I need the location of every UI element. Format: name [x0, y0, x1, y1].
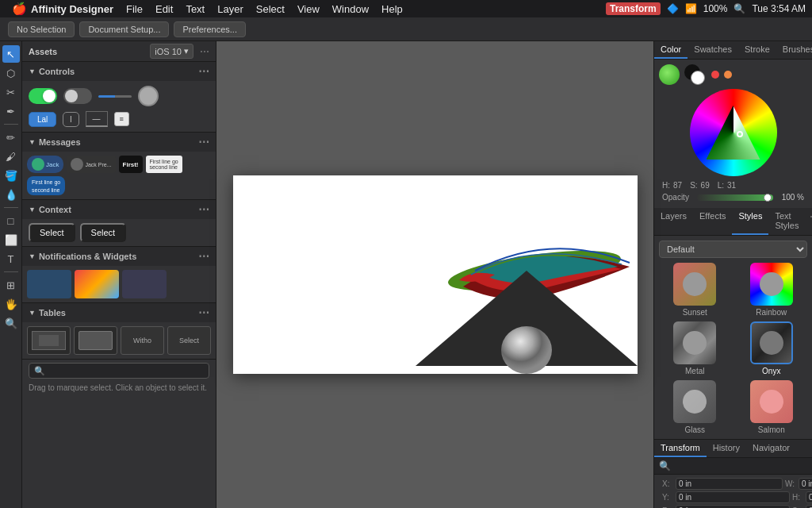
dot-red[interactable] [711, 71, 719, 79]
controls-section: ▼ Controls ⋯ Lal l — ≡ [22, 62, 216, 133]
context-more[interactable]: ⋯ [198, 203, 209, 216]
opacity-slider[interactable] [697, 194, 773, 201]
preset-onyx[interactable]: Onyx [736, 321, 808, 375]
ctrl-btn-outline[interactable]: l [63, 112, 79, 127]
tab-layers[interactable]: Layers [654, 208, 693, 235]
tool-pen[interactable]: ✒ [2, 102, 20, 120]
notif-arrow: ▼ [29, 252, 36, 260]
tool-zoom[interactable]: 🔍 [2, 314, 20, 332]
tab-swatches[interactable]: Swatches [688, 41, 738, 59]
tool-hand[interactable]: 🖐 [2, 295, 20, 313]
tool-select[interactable]: ↖ [2, 45, 20, 63]
apple-menu[interactable]: 🍎 [6, 1, 24, 17]
tool-text[interactable]: T [2, 250, 20, 267]
messages-more[interactable]: ⋯ [198, 136, 209, 148]
preset-rainbow[interactable]: Rainbow [736, 263, 808, 317]
tf-s-input[interactable] [806, 505, 812, 508]
assets-dropdown[interactable]: iOS 10 ▾ [150, 44, 193, 59]
document-setup-btn[interactable]: Document Setup... [79, 21, 169, 37]
tables-more[interactable]: ⋯ [198, 306, 209, 319]
canvas-area[interactable] [216, 41, 653, 508]
style-preset-dropdown[interactable]: Default [659, 241, 807, 258]
table-item-3[interactable]: Witho [121, 326, 164, 355]
tf-x-input[interactable] [676, 478, 783, 490]
search-input[interactable] [29, 363, 209, 379]
notif-more[interactable]: ⋯ [198, 250, 209, 263]
swatch-green[interactable] [659, 64, 680, 85]
context-select-btn-1[interactable]: Select [29, 223, 75, 242]
ctrl-btn-card[interactable]: ≡ [114, 112, 129, 126]
tool-artboard[interactable]: ⬜ [2, 231, 20, 248]
tool-eyedropper[interactable]: 💧 [2, 186, 20, 203]
tool-transform[interactable]: ⊞ [2, 276, 20, 294]
assets-more-icon[interactable]: ⋯ [200, 46, 209, 57]
menu-layer[interactable]: Layer [212, 2, 249, 16]
menu-window[interactable]: Window [327, 2, 374, 16]
preset-metal[interactable]: Metal [659, 321, 731, 375]
menu-search-icon[interactable]: 🔍 [733, 3, 745, 14]
tab-brushes[interactable]: Brushes [776, 41, 812, 59]
tab-transform[interactable]: Transform [654, 440, 707, 457]
tool-crop[interactable]: ✂ [2, 83, 20, 101]
table-item-4[interactable]: Select [167, 326, 211, 355]
preset-metal-icon [673, 321, 716, 364]
tool-rectangle[interactable]: □ [2, 212, 20, 229]
toggle-off[interactable] [63, 88, 92, 104]
no-selection-btn[interactable]: No Selection [8, 21, 75, 37]
tab-effects[interactable]: Effects [693, 208, 732, 235]
tab-navigator[interactable]: Navigator [746, 440, 796, 457]
menu-select[interactable]: Select [251, 2, 290, 16]
menu-help[interactable]: Help [376, 2, 408, 16]
ctrl-btn-label[interactable]: Lal [29, 112, 56, 127]
table-item-1[interactable] [27, 326, 71, 355]
table-item-4-label: Select [179, 337, 199, 344]
tab-stroke[interactable]: Stroke [738, 41, 776, 59]
messages-content: Jack Jack Pre... First! First line gosec… [22, 152, 216, 199]
controls-header[interactable]: ▼ Controls ⋯ [22, 62, 216, 81]
preset-glass[interactable]: Glass [659, 380, 731, 434]
tool-fill[interactable]: 🪣 [2, 167, 20, 184]
ctrl-btn-line[interactable]: — [86, 111, 108, 127]
styles-more-icon[interactable]: ⋯ [805, 208, 812, 235]
tf-w-input[interactable] [799, 478, 812, 490]
ctrl-circle[interactable] [138, 86, 159, 106]
tf-h-input[interactable] [806, 491, 812, 503]
context-header[interactable]: ▼ Context ⋯ [22, 200, 216, 219]
swatch-black-white[interactable] [684, 64, 705, 85]
tables-header[interactable]: ▼ Tables ⋯ [22, 303, 216, 322]
menu-wifi: 📶 [685, 3, 697, 14]
menu-text[interactable]: Text [180, 2, 210, 16]
context-select-btn-2[interactable]: Select [80, 223, 127, 242]
preset-sunset[interactable]: Sunset [659, 263, 731, 317]
tab-styles[interactable]: Styles [732, 208, 768, 235]
transform-search-input[interactable] [673, 461, 807, 471]
tab-text-styles[interactable]: Text Styles [768, 208, 805, 235]
menu-file[interactable]: File [121, 2, 148, 16]
tables-section: ▼ Tables ⋯ Witho Select [22, 303, 216, 360]
menu-edit[interactable]: Edit [150, 2, 178, 16]
preset-rainbow-icon [750, 263, 793, 306]
menu-view[interactable]: View [292, 2, 325, 16]
table-item-2[interactable] [74, 326, 117, 355]
tab-history[interactable]: History [707, 440, 746, 457]
dot-orange[interactable] [724, 71, 732, 79]
preset-salmon[interactable]: Salmon [736, 380, 808, 434]
preset-glass-icon [673, 380, 716, 423]
menu-app-name[interactable]: Affinity Designer [25, 2, 119, 16]
notifications-header[interactable]: ▼ Notifications & Widgets ⋯ [22, 247, 216, 266]
preset-salmon-gear [760, 390, 783, 414]
ctrl-slider[interactable] [98, 95, 132, 98]
controls-more[interactable]: ⋯ [198, 65, 209, 78]
tf-r-input[interactable] [676, 505, 790, 508]
toggle-on[interactable] [29, 88, 57, 104]
messages-header[interactable]: ▼ Messages ⋯ [22, 133, 216, 152]
tf-y-input[interactable] [676, 491, 790, 503]
tool-pencil[interactable]: ✏ [2, 129, 20, 146]
color-wheel[interactable] [690, 89, 777, 176]
preset-sunset-icon [673, 263, 716, 306]
messages-section: ▼ Messages ⋯ Jack Jack Pre... First! Fir… [22, 133, 216, 200]
preferences-btn[interactable]: Preferences... [174, 21, 245, 37]
tool-node[interactable]: ⬡ [2, 64, 20, 82]
tab-color[interactable]: Color [654, 41, 688, 59]
tool-brush[interactable]: 🖌 [2, 148, 20, 165]
